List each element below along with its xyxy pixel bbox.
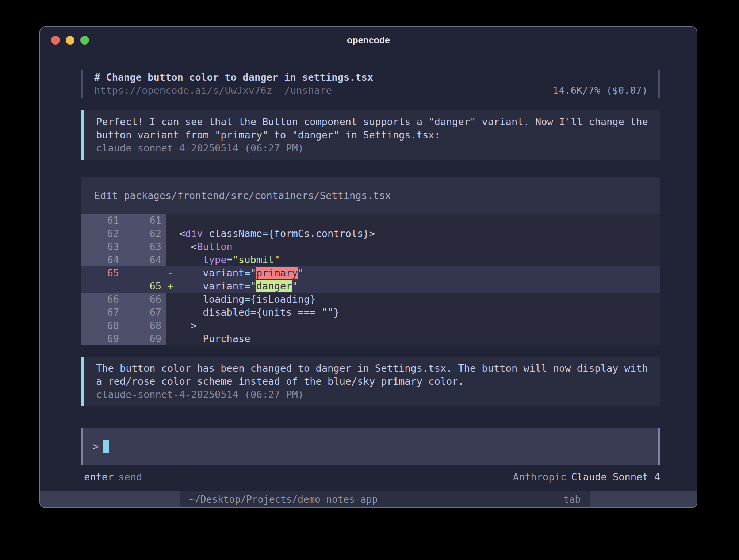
edit-tool-card: Edit packages/frontend/src/containers/Se… [81,177,660,345]
diff-code-line: + variant="danger" [166,280,660,293]
diff-row: 6161 [81,214,660,227]
new-line-number: 65 [123,280,166,293]
message-line: The button color has been changed to dan… [96,362,649,375]
message-accent-bar [81,110,84,160]
prompt-right-border [658,428,660,465]
assistant-message: Perfect! I can see that the Button compo… [81,110,660,160]
text-cursor [103,440,109,453]
status-bar: opencodev0.3.11 ~/Desktop/Projects/demo-… [40,491,697,507]
diff-row: 6969 Purchase [81,332,660,345]
edit-tool-header: Edit packages/frontend/src/containers/Se… [81,177,660,214]
old-line-number: 69 [81,332,123,345]
working-directory: ~/Desktop/Projects/demo-notes-app [189,494,378,505]
prompt-symbol: > [93,440,99,453]
message-accent-bar [81,357,84,406]
old-line-number: 62 [81,227,123,240]
old-line-number: 68 [81,319,123,332]
enter-key-label: enter [84,471,114,484]
mode-segment[interactable]: BUILDMODE [590,491,697,507]
model-indicator: Anthropic Claude Sonnet 4 [513,471,660,484]
titlebar: opencode [40,27,697,53]
session-header-body: # Change button color to danger in setti… [83,70,658,98]
new-line-number: 68 [123,319,166,332]
old-line-number: 64 [81,253,123,266]
old-line-number: 66 [81,293,123,306]
diff-code-line: - variant="primary" [166,266,660,280]
old-line-number: 65 [81,266,123,280]
model-label: Claude Sonnet 4 [571,471,660,484]
old-line-number: 67 [81,306,123,319]
diff-code-line: disabled={units === ""} [166,306,660,319]
session-header: # Change button color to danger in setti… [81,70,660,98]
session-title: # Change button color to danger in setti… [94,71,648,84]
diff-row: 6363 <Button [81,240,660,253]
session-header-right-border [658,70,660,98]
send-action-label: send [118,471,142,484]
message-line: a red/rose color scheme instead of the b… [96,375,649,388]
diff: 61616262 <div className={formCs.controls… [81,214,660,345]
hint-row: enter send Anthropic Claude Sonnet 4 [81,471,660,484]
share-url-link[interactable]: https://opencode.ai/s/UwJxv76z [94,84,272,97]
diff-row: 6666 loading={isLoading} [81,293,660,306]
old-line-number [81,280,123,293]
prompt-body[interactable]: > [83,428,658,465]
diff-row: 6868 > [81,319,660,332]
message-meta: claude-sonnet-4-20250514 (06:27 PM) [96,142,649,155]
new-line-number: 61 [123,214,166,227]
prompt-input[interactable]: > [81,428,660,465]
unshare-command[interactable]: /unshare [284,84,332,97]
provider-label: Anthropic [513,471,566,484]
message-meta: claude-sonnet-4-20250514 (06:27 PM) [96,388,649,401]
new-line-number: 66 [123,293,166,306]
diff-code-line: <div className={formCs.controls}> [166,227,660,240]
message-line: Perfect! I can see that the Button compo… [96,115,649,129]
terminal-window: opencode # Change button color to danger… [39,26,697,508]
diff-row: 6767 disabled={units === ""} [81,306,660,319]
context-usage: 14.6K/7% ($0.07) [553,84,648,97]
session-subrow: https://opencode.ai/s/UwJxv76z /unshare … [94,84,648,97]
diff-code-line: type="submit" [166,253,660,266]
diff-code-line [166,214,660,227]
new-line-number: 63 [123,240,166,253]
new-line-number: 67 [123,306,166,319]
diff-code-line: > [166,319,660,332]
diff-row: 65+ variant="danger" [81,280,660,293]
enter-hint: enter send [81,471,142,484]
diff-row: 65- variant="primary" [81,266,660,280]
tab-key-hint[interactable]: tab [563,494,590,505]
diff-code-line: <Button [166,240,660,253]
window-title: opencode [40,27,697,53]
new-line-number [123,266,166,280]
message-body: The button color has been changed to dan… [84,357,660,406]
diff-code-line: Purchase [166,332,660,345]
message-body: Perfect! I can see that the Button compo… [84,110,660,160]
diff-code-line: loading={isLoading} [166,293,660,306]
diff-row: 6464 type="submit" [81,253,660,266]
diff-row: 6262 <div className={formCs.controls}> [81,227,660,240]
main-content: # Change button color to danger in setti… [81,70,660,484]
message-line: button variant from "primary" to "danger… [96,129,649,142]
app-version-segment: opencodev0.3.11 [40,491,180,507]
old-line-number: 63 [81,240,123,253]
new-line-number: 69 [123,332,166,345]
assistant-message: The button color has been changed to dan… [81,357,660,406]
new-line-number: 64 [123,253,166,266]
old-line-number: 61 [81,214,123,227]
new-line-number: 62 [123,227,166,240]
